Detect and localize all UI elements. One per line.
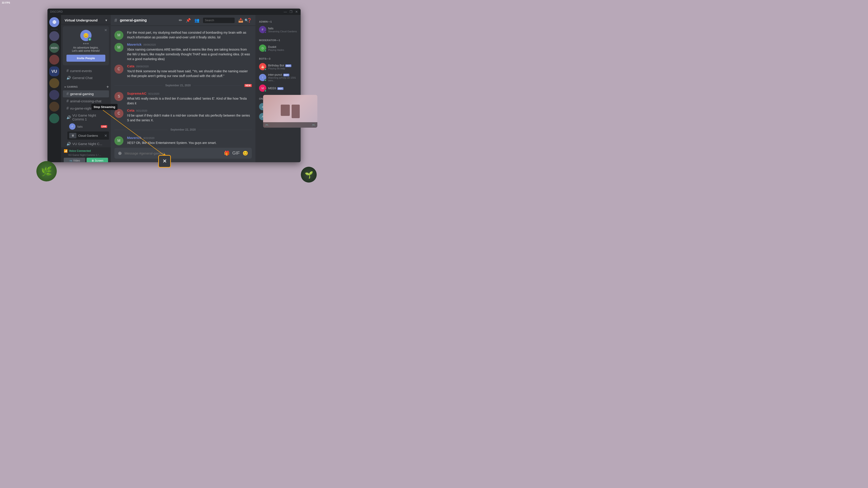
voice-user-faits[interactable]: F faits LIVE — [63, 123, 109, 131]
gaming-section-header[interactable]: ▸ GAMING + — [61, 81, 111, 90]
maximize-button[interactable]: ❐ — [289, 10, 292, 13]
minimize-button[interactable]: — — [284, 10, 287, 13]
server-name: Virtual Underground — [65, 18, 98, 22]
close-button[interactable]: ✕ — [295, 10, 298, 13]
voice-signal-icon: 📶 — [64, 149, 68, 153]
server-icon-s6[interactable] — [49, 90, 59, 100]
user-settings-icon[interactable]: 👤 — [99, 92, 103, 96]
add-channel-button[interactable]: + — [106, 85, 109, 89]
voice-channel-comms2[interactable]: 🔊 VU Game Night C... — [63, 140, 109, 147]
message-content: SupremeAC 9/21/2020 What MS really needs… — [127, 92, 252, 106]
server-icon-home[interactable]: ⊕ — [49, 17, 59, 27]
member-status: Playing Hades — [268, 48, 297, 51]
message-avatar: M — [114, 31, 123, 40]
member-birthday-bot[interactable]: 🎂 Birthday Bot BOT Playing bb.help — [257, 62, 299, 71]
member-status: Streaming Cloud Gardens — [268, 30, 297, 33]
help-icon[interactable]: ❓ — [247, 18, 252, 23]
message-content: For the most part, my studying method ha… — [127, 30, 252, 40]
server-icon-s1[interactable] — [49, 31, 59, 41]
server-icon-s3[interactable] — [49, 55, 59, 65]
video-button[interactable]: 📹 Video — [64, 158, 85, 162]
screen-share-thumbnail: 🖥 — [69, 133, 76, 138]
search-box[interactable]: 🔍 — [203, 18, 235, 23]
plus-badge: + — [88, 37, 92, 41]
inbox-icon[interactable]: 📥 — [238, 18, 243, 23]
message-author: Maverick — [127, 136, 142, 140]
message-timestamp: 09/08/2020 — [136, 65, 149, 68]
member-interpunct[interactable]: i inter-punct BOT Watching ip!help on 15… — [257, 72, 299, 83]
message-timestamp: 09/08/2020 — [143, 43, 156, 46]
gift-icon[interactable]: 🎁 — [224, 151, 230, 156]
message-text: XES? Oh, like Xbox Entertainment System.… — [127, 140, 252, 145]
gear-icon[interactable]: ⚙ — [104, 92, 107, 96]
chat-header: # general-gaming ✏ 📌 👥 🔍 📥 ❓ — [111, 15, 255, 26]
message-author: Ceta — [127, 108, 134, 112]
screen-share-close-button[interactable]: ✕ — [104, 133, 107, 138]
voice-channels-section: 🔊 VU Game Night Comms 1 F faits LIVE 🖥 C… — [61, 112, 111, 147]
stop-stream-icon[interactable]: ✕ — [158, 155, 171, 168]
fps-counter: 33 FPS — [2, 1, 10, 4]
channel-item-general-chat[interactable]: 🔊 General Chat — [63, 74, 109, 81]
voice-user-avatar: F — [69, 123, 75, 130]
invite-people-button[interactable]: Invite People — [66, 55, 105, 62]
popup-close-button[interactable]: ✕ — [104, 28, 107, 32]
member-mee6[interactable]: M MEE6 BOT — [257, 84, 299, 93]
dot-1 — [83, 43, 85, 44]
channel-item-general-gaming[interactable]: # general-gaming 👤 ⚙ — [63, 90, 109, 97]
message-header: Maverick 9/22/2020 — [127, 136, 252, 140]
title-bar-controls: — ❐ ✕ — [284, 10, 298, 13]
message-avatar: S — [114, 92, 123, 101]
status-dot — [264, 79, 267, 81]
hash-icon: # — [66, 99, 69, 103]
stream-object-2 — [291, 105, 300, 118]
attach-button[interactable]: ⊕ — [118, 151, 122, 156]
voice-channel-name: VU Game Night Comms 1 / ... — [64, 154, 108, 156]
message-author: Cata — [127, 64, 134, 68]
message-input-area: ⊕ 🎁 GIF 😊 — [111, 148, 255, 162]
member-duskit[interactable]: D Duskit Playing Hades — [257, 43, 299, 53]
edit-icon[interactable]: ✏ — [179, 18, 182, 23]
message-content: Maverick 9/22/2020 XES? Oh, like Xbox En… — [127, 136, 252, 145]
server-icon-s4-active[interactable]: VU — [49, 66, 59, 76]
message-continuation: M For the most part, my studying method … — [111, 29, 255, 41]
emoji-icon[interactable]: 😊 — [243, 151, 248, 156]
divider-line — [114, 130, 168, 130]
message-header: Cata 09/08/2020 — [127, 64, 252, 68]
channel-name: VU Game Night Comms 1 — [72, 113, 107, 121]
stream-preview-window[interactable]: 🎮 🎮 — [263, 95, 317, 128]
screen-share-preview[interactable]: 🖥 Cloud Gardens ✕ — [67, 131, 109, 140]
server-icon-s8[interactable] — [49, 113, 59, 123]
screen-button[interactable]: 🖥 Screen — [87, 158, 108, 162]
bottom-left-icon-circle: 🌿 — [36, 161, 57, 182]
gif-icon[interactable]: GIF — [232, 151, 240, 156]
speaker-icon: 🔊 — [66, 115, 71, 120]
member-status: Watching ip!help on 1591 serv... — [268, 76, 297, 82]
members-list: ADMIN—1 F faits Streaming Cloud Gardens … — [255, 15, 301, 162]
member-status: Playing bb.help — [268, 67, 297, 70]
member-faits[interactable]: F faits Streaming Cloud Gardens — [257, 25, 299, 34]
voice-channel-comms1[interactable]: 🔊 VU Game Night Comms 1 — [63, 112, 109, 122]
status-dot — [264, 90, 267, 92]
server-icon-s2[interactable]: WEBS — [49, 43, 59, 53]
messages-area[interactable]: M For the most part, my studying method … — [111, 26, 255, 148]
server-icon-s7[interactable] — [49, 102, 59, 111]
search-input[interactable] — [205, 19, 243, 22]
server-list-divider — [51, 29, 58, 29]
bot-tag: BOT — [285, 64, 291, 67]
message-input[interactable] — [125, 151, 221, 155]
hash-icon: # — [66, 92, 69, 96]
server-name-header[interactable]: Virtual Underground ▾ — [61, 15, 111, 24]
channel-name: animal-crossing-chat — [70, 99, 101, 103]
chat-channel-name: general-gaming — [120, 18, 147, 22]
message-timestamp: 9/22/2020 — [143, 137, 154, 139]
channel-item-animal-crossing[interactable]: # animal-crossing-chat — [63, 98, 109, 105]
server-icon-s5[interactable] — [49, 78, 59, 88]
pin-icon[interactable]: 📌 — [186, 18, 191, 23]
hash-icon: # — [66, 106, 69, 111]
message-header: SupremeAC 9/21/2020 — [127, 92, 252, 95]
channel-item-current-events[interactable]: # current-events — [63, 67, 109, 74]
member-name: faits — [268, 27, 297, 30]
message-avatar: M — [114, 43, 123, 52]
message-text: Xbox naming conventions ARE terrible, an… — [127, 47, 252, 61]
members-icon[interactable]: 👥 — [194, 18, 199, 23]
